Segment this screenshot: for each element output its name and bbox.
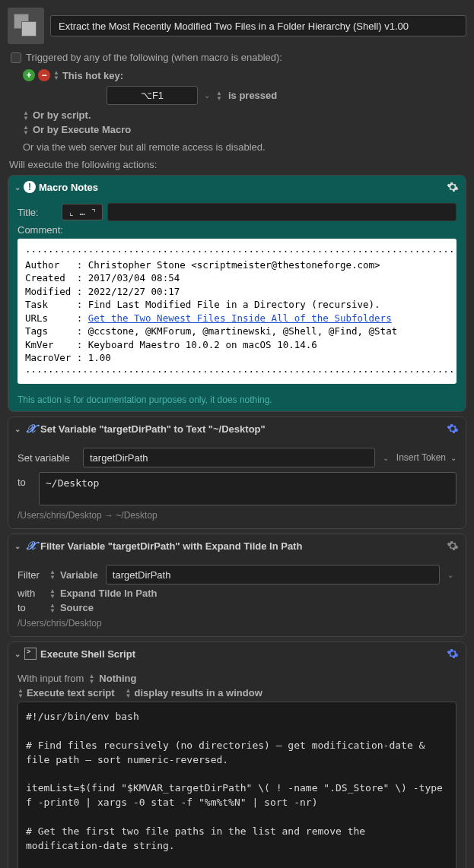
hotkey-label: This hot key:: [62, 70, 123, 81]
hotkey-field[interactable]: [107, 86, 198, 105]
gear-icon[interactable]: [446, 539, 460, 553]
filter-header-label: Filter Variable "targetDirPath" with Exp…: [40, 540, 446, 552]
output-mode-selector[interactable]: [126, 688, 132, 699]
variable-name-dropdown[interactable]: ⌄: [380, 454, 392, 462]
script-mode-selector[interactable]: [17, 688, 24, 699]
output-mode-value: display results in a window: [134, 687, 262, 699]
macro-icon: [8, 8, 44, 44]
shell-script-field[interactable]: #!/usr/bin/env bash # Find files recursi…: [17, 702, 457, 868]
gear-icon[interactable]: [446, 647, 460, 661]
filter-label: Filter: [17, 569, 45, 581]
with-label: with: [17, 588, 45, 599]
hotkey-state-label: is pressed: [228, 90, 277, 101]
filter-to-value: Source: [60, 602, 94, 613]
setvar-result: /Users/chris/Desktop → ~/Desktop: [17, 510, 457, 521]
comment-content: ········································…: [17, 239, 457, 384]
filter-with-value: Expand Tilde In Path: [60, 588, 157, 599]
to-value-field[interactable]: [39, 472, 457, 505]
variable-name-field[interactable]: [83, 448, 375, 467]
or-execute-macro-selector[interactable]: [23, 125, 29, 135]
disclosure-toggle[interactable]: ⌄: [14, 183, 21, 192]
title-token-field[interactable]: ⌞ … ⌝: [62, 204, 103, 220]
remove-trigger-button[interactable]: −: [38, 69, 50, 81]
to-label: to: [17, 472, 33, 488]
filter-to-selector[interactable]: [49, 603, 56, 613]
info-icon: !: [24, 181, 36, 193]
gear-icon[interactable]: [446, 422, 460, 436]
trigger-enabled-checkbox[interactable]: [11, 52, 21, 63]
execute-header-label: Will execute the following actions:: [9, 159, 466, 170]
notes-header-label: Macro Notes: [39, 182, 446, 193]
setvar-header-label: Set Variable "targetDirPath" to Text "~/…: [40, 423, 446, 435]
filter-variable-label: Variable: [60, 569, 98, 581]
input-from-value: Nothing: [99, 673, 136, 684]
hotkey-field-dropdown[interactable]: ⌄: [204, 91, 210, 100]
or-execute-macro-label: Or by Execute Macro: [33, 124, 131, 135]
disclosure-toggle[interactable]: ⌄: [14, 650, 21, 658]
terminal-icon: [24, 648, 37, 660]
shell-header-label: Execute Shell Script: [40, 648, 446, 660]
or-web-label: Or via the web server but all remote acc…: [23, 141, 466, 153]
comment-label: Comment:: [17, 224, 63, 236]
filter-source-selector[interactable]: [49, 569, 56, 580]
insert-token-menu[interactable]: Insert Token⌄: [396, 452, 457, 463]
variable-icon: 𝒳: [26, 540, 35, 553]
filter-variable-name-field[interactable]: [106, 565, 440, 584]
add-trigger-button[interactable]: +: [23, 69, 35, 81]
or-script-selector[interactable]: [23, 110, 29, 121]
script-mode-value: Execute text script: [27, 687, 115, 699]
disclosure-toggle[interactable]: ⌄: [14, 425, 21, 433]
filter-to-label: to: [17, 602, 45, 613]
macro-title-field[interactable]: [50, 15, 466, 36]
input-from-selector[interactable]: [88, 673, 94, 684]
url-link[interactable]: Get the Two Newest Files Inside All of t…: [88, 312, 392, 324]
filter-result: /Users/chris/Desktop: [17, 618, 457, 629]
variable-icon: 𝒳: [26, 423, 35, 436]
hotkey-state-selector[interactable]: [216, 90, 222, 101]
disclosure-toggle[interactable]: ⌄: [14, 542, 21, 550]
input-from-label: With input from: [17, 673, 84, 684]
or-script-label: Or by script.: [33, 109, 91, 121]
filter-variable-dropdown[interactable]: ⌄: [444, 571, 457, 579]
trigger-header-label: Triggered by any of the following (when …: [26, 52, 282, 63]
set-variable-label: Set variable: [17, 452, 78, 464]
gear-icon[interactable]: [446, 180, 460, 194]
filter-with-selector[interactable]: [49, 588, 56, 599]
trigger-type-selector[interactable]: [53, 70, 59, 81]
notes-footnote: This action is for documentation purpose…: [8, 390, 466, 411]
title-label: Title:: [17, 207, 57, 218]
